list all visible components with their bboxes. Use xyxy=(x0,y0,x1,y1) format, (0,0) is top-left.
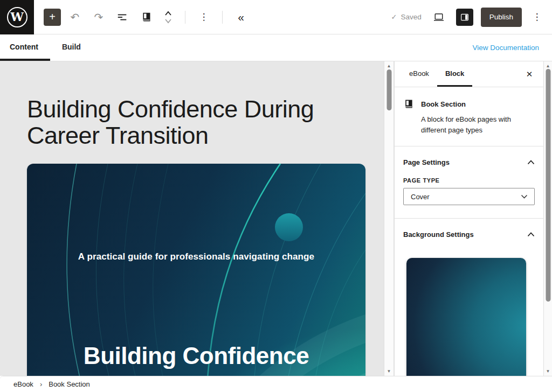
sidebar-scrollbar-thumb[interactable] xyxy=(546,69,550,302)
editor-scrollbar[interactable]: ▲ ▼ xyxy=(384,61,394,376)
document-overview-button[interactable] xyxy=(113,8,132,27)
settings-sidebar: eBook Block ✕ Book Section A block for e… xyxy=(394,61,543,376)
tab-content[interactable]: Content xyxy=(0,34,50,61)
sidebar-scrollbar[interactable]: ▲ ▼ xyxy=(543,61,552,376)
block-editor-window: W + ↶ ↷ xyxy=(0,0,552,392)
redo-icon: ↷ xyxy=(94,12,104,23)
view-documentation-link[interactable]: View Documentation xyxy=(472,34,552,61)
undo-icon: ↶ xyxy=(71,12,80,23)
block-inserter-button[interactable]: + xyxy=(44,9,61,26)
main-area: Building Confidence During Career Transi… xyxy=(0,61,552,376)
page-settings-title: Page Settings xyxy=(403,158,450,166)
saved-status: ✓ Saved xyxy=(391,13,422,21)
editor-toolbar: W + ↶ ↷ xyxy=(0,0,552,34)
toolbar-right-group: ✓ Saved Publish ⋮ xyxy=(391,8,552,27)
toolbar-separator xyxy=(185,11,185,24)
scroll-up-arrow[interactable]: ▲ xyxy=(544,64,552,68)
background-settings-header[interactable]: Background Settings xyxy=(403,230,535,239)
laptop-icon xyxy=(433,12,445,22)
book-structure-button[interactable] xyxy=(136,8,156,27)
wordpress-logo-icon: W xyxy=(7,7,27,27)
background-preview-thumbnail[interactable] xyxy=(406,258,526,376)
close-sidebar-button[interactable]: ✕ xyxy=(521,66,538,83)
block-info-header: Book Section xyxy=(403,99,535,109)
redo-button[interactable]: ↷ xyxy=(89,8,108,27)
sidebar-tab-ebook[interactable]: eBook xyxy=(401,61,437,87)
more-options-button[interactable]: ⋮ xyxy=(529,8,544,27)
block-name: Book Section xyxy=(421,100,466,108)
chevron-up-icon xyxy=(527,160,535,165)
wordpress-w: W xyxy=(10,11,24,23)
breadcrumb-book-section[interactable]: Book Section xyxy=(49,380,90,388)
collapse-icon: « xyxy=(238,11,244,23)
move-down-icon xyxy=(164,18,172,24)
chevron-up-icon xyxy=(527,232,535,237)
sidebar-panel-icon xyxy=(460,12,470,22)
page-type-label: PAGE TYPE xyxy=(403,177,535,184)
block-description: A block for eBook pages with different p… xyxy=(421,114,529,135)
book-section-cover-block[interactable]: A practical guide for professionals navi… xyxy=(27,164,365,376)
preview-button[interactable] xyxy=(429,8,448,27)
cover-subtitle[interactable]: A practical guide for professionals navi… xyxy=(27,251,365,262)
cover-title[interactable]: Building Confidence xyxy=(27,342,365,369)
undo-button[interactable]: ↶ xyxy=(65,8,85,27)
check-icon: ✓ xyxy=(391,13,397,21)
block-mover[interactable] xyxy=(160,8,176,27)
scroll-down-arrow[interactable]: ▼ xyxy=(384,369,394,374)
toolbar-separator xyxy=(222,11,223,24)
list-view-icon xyxy=(116,11,128,23)
breadcrumb-bar: eBook › Book Section xyxy=(0,376,552,392)
scroll-up-arrow[interactable]: ▲ xyxy=(384,64,394,68)
settings-sidebar-toggle[interactable] xyxy=(456,9,473,26)
tab-build[interactable]: Build xyxy=(50,34,93,61)
page-type-select[interactable]: Cover xyxy=(403,188,535,205)
scroll-down-arrow[interactable]: ▼ xyxy=(544,369,552,374)
sidebar-tabs: eBook Block ✕ xyxy=(395,61,543,87)
post-title[interactable]: Building Confidence During Career Transi… xyxy=(27,96,357,149)
page-settings-header[interactable]: Page Settings xyxy=(403,158,535,166)
document-tabs-bar: Content Build View Documentation xyxy=(0,34,552,61)
publish-button[interactable]: Publish xyxy=(481,8,522,27)
page-type-value: Cover xyxy=(411,193,430,201)
chevron-right-icon: › xyxy=(40,380,42,388)
sidebar-tab-block[interactable]: Block xyxy=(437,61,472,87)
editor-canvas[interactable]: Building Confidence During Career Transi… xyxy=(0,61,384,376)
breadcrumb-ebook[interactable]: eBook xyxy=(13,380,33,388)
block-options-button[interactable]: ⋮ xyxy=(194,8,213,27)
saved-label: Saved xyxy=(401,13,421,21)
plus-icon: + xyxy=(49,11,56,23)
kebab-icon: ⋮ xyxy=(199,12,209,22)
wordpress-logo[interactable]: W xyxy=(0,0,34,34)
book-icon xyxy=(141,11,152,23)
kebab-icon: ⋮ xyxy=(533,12,542,22)
book-section-icon xyxy=(403,99,414,109)
cover-circle-accent xyxy=(275,213,303,241)
collapse-toolbar-button[interactable]: « xyxy=(231,8,251,27)
move-up-icon xyxy=(164,11,172,16)
chevron-down-icon xyxy=(521,194,528,199)
toolbar-left-group: + ↶ ↷ xyxy=(34,8,251,27)
background-settings-panel: Background Settings xyxy=(395,219,543,376)
background-settings-title: Background Settings xyxy=(403,230,474,239)
block-info-card: Book Section A block for eBook pages wit… xyxy=(395,87,543,146)
editor-scrollbar-thumb[interactable] xyxy=(387,69,391,110)
page-settings-panel: Page Settings PAGE TYPE Cover xyxy=(395,146,543,219)
